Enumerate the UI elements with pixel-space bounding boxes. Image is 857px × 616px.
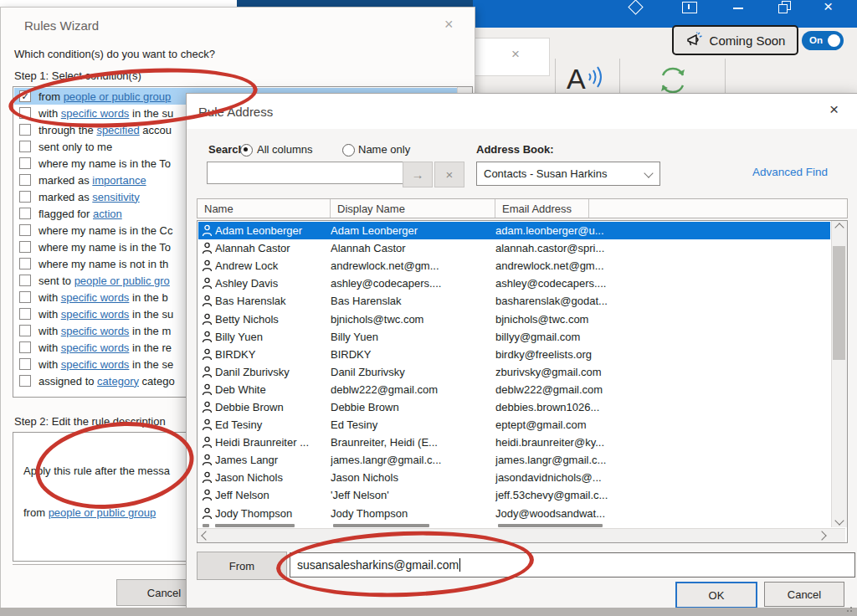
scroll-right-icon[interactable] bbox=[817, 531, 826, 540]
contact-name: Deb White bbox=[215, 383, 331, 396]
condition-text: assigned to bbox=[38, 375, 97, 388]
contact-row[interactable]: Bas Harenslak Bas Harenslak basharenslak… bbox=[198, 292, 830, 310]
window-close-icon[interactable]: × bbox=[824, 0, 833, 14]
condition-text: where my name is in the To bbox=[38, 241, 171, 254]
condition-text: in the m bbox=[129, 325, 171, 337]
condition-checkbox[interactable] bbox=[19, 241, 31, 253]
contact-row[interactable]: Danil Zburivsky Danil Zburivsky zburivsk… bbox=[198, 363, 830, 381]
condition-checkbox[interactable] bbox=[19, 291, 31, 303]
condition-checkbox[interactable] bbox=[19, 174, 31, 186]
read-aloud-icon[interactable]: A bbox=[566, 60, 608, 97]
search-clear-button[interactable]: × bbox=[434, 162, 464, 187]
column-header-email[interactable]: Email Address bbox=[495, 199, 589, 218]
condition-text: marked as bbox=[38, 174, 92, 187]
contact-row[interactable]: Betty Nichols bjnichols@twc.com bjnichol… bbox=[198, 310, 830, 327]
contact-row[interactable]: Alannah Castor Alannah Castor alannah.ca… bbox=[198, 239, 830, 257]
condition-checkbox[interactable] bbox=[19, 258, 31, 270]
condition-link[interactable]: specific words bbox=[61, 325, 130, 337]
search-go-button[interactable]: → bbox=[403, 162, 433, 187]
condition-checkbox[interactable] bbox=[19, 124, 31, 136]
column-header-display-name[interactable]: Display Name bbox=[331, 199, 495, 218]
background-dialog-close-icon[interactable]: × bbox=[511, 47, 520, 61]
horizontal-scrollbar[interactable] bbox=[198, 528, 845, 542]
condition-link[interactable]: people or public gro bbox=[74, 275, 170, 287]
contact-row[interactable]: BIRDKY BIRDKY birdky@freelists.org bbox=[198, 346, 830, 363]
rule-address-close-icon[interactable]: × bbox=[829, 101, 839, 118]
from-field[interactable]: susansalesharkins@gmail.com bbox=[290, 552, 855, 578]
condition-checkbox[interactable] bbox=[19, 341, 31, 353]
condition-checkbox[interactable] bbox=[19, 308, 31, 320]
vertical-scrollbar[interactable] bbox=[831, 221, 847, 527]
contact-email: jasondavidnichols@... bbox=[495, 471, 830, 484]
search-input[interactable] bbox=[207, 162, 411, 184]
contact-row[interactable]: James Langr james.langr@gmail.c... james… bbox=[198, 451, 830, 469]
people-or-public-group-link[interactable]: people or public group bbox=[49, 506, 157, 519]
condition-link[interactable]: category bbox=[97, 375, 139, 388]
condition-link[interactable]: action bbox=[93, 208, 122, 220]
advanced-find-link[interactable]: Advanced Find bbox=[752, 166, 828, 178]
contact-row[interactable]: Adam Leonberger Adam Leonberger adam.leo… bbox=[198, 222, 830, 239]
person-icon bbox=[202, 295, 215, 307]
scroll-left-icon[interactable] bbox=[201, 531, 210, 540]
contact-row[interactable]: Ed Tesiny Ed Tesiny eptept@gmail.com bbox=[198, 416, 830, 434]
contacts-table-header: Name Display Name Email Address bbox=[197, 198, 848, 218]
condition-checkbox[interactable] bbox=[19, 375, 31, 387]
contact-name: Danil Zburivsky bbox=[215, 366, 331, 378]
condition-link[interactable]: specified bbox=[96, 124, 139, 136]
contact-row[interactable]: Debbie Brown Debbie Brown debbies.brown1… bbox=[198, 398, 830, 416]
contact-row[interactable]: Deb White deblw222@gmail.com deblw222@gm… bbox=[198, 381, 830, 398]
contact-row[interactable]: Ashley Davis ashley@codecapers.... ashle… bbox=[198, 275, 830, 292]
contact-row[interactable]: Jody Thompson Jody Thompson Jody@woodsan… bbox=[198, 505, 830, 522]
minimize-icon[interactable] bbox=[733, 8, 743, 9]
rules-wizard-close-icon[interactable]: × bbox=[444, 16, 454, 33]
coming-soon-toggle[interactable]: On bbox=[802, 31, 844, 50]
cancel-button[interactable]: Cancel bbox=[764, 582, 844, 607]
contact-row[interactable]: Jeff Nelson 'Jeff Nelson' jeff.53chevy@g… bbox=[198, 486, 830, 504]
radio-all-columns[interactable] bbox=[240, 144, 253, 157]
condition-checkbox[interactable] bbox=[19, 275, 31, 286]
radio-name-only[interactable] bbox=[342, 144, 355, 157]
condition-link[interactable]: specific words bbox=[61, 107, 130, 120]
present-window-icon[interactable] bbox=[682, 2, 697, 13]
condition-text: flagged for bbox=[38, 208, 93, 220]
condition-checkbox[interactable] bbox=[19, 224, 31, 236]
restore-icon-front[interactable] bbox=[778, 4, 788, 13]
contact-row[interactable]: Jason Nichols Jason Nichols jasondavidni… bbox=[198, 469, 830, 486]
condition-link[interactable]: people or public group bbox=[64, 90, 172, 103]
from-button[interactable]: From bbox=[197, 552, 287, 580]
contact-name: Debbie Brown bbox=[215, 401, 331, 413]
address-book-dropdown[interactable]: Contacts - Susan Harkins bbox=[476, 162, 660, 186]
condition-checkbox[interactable] bbox=[19, 358, 31, 370]
contact-row[interactable]: Heidi Braunreiter ... Braunreiter, Heidi… bbox=[198, 434, 830, 451]
ok-button[interactable]: OK bbox=[675, 582, 757, 608]
condition-checkbox[interactable] bbox=[19, 208, 31, 219]
condition-link[interactable]: specific words bbox=[61, 308, 130, 321]
condition-text: from bbox=[38, 90, 64, 103]
condition-checkbox[interactable] bbox=[19, 191, 31, 203]
condition-link[interactable]: specific words bbox=[61, 358, 130, 371]
scroll-up-icon[interactable] bbox=[832, 221, 846, 234]
coming-soon-button[interactable]: Coming Soon bbox=[672, 25, 798, 55]
condition-link[interactable]: specific words bbox=[61, 341, 130, 354]
condition-link[interactable]: sensitivity bbox=[92, 191, 139, 203]
bottom-strip bbox=[0, 608, 857, 616]
condition-link[interactable]: specific words bbox=[61, 291, 130, 304]
condition-checkbox[interactable] bbox=[19, 325, 31, 336]
column-header-name[interactable]: Name bbox=[198, 199, 331, 218]
contact-name: Andrew Lock bbox=[215, 259, 331, 272]
contact-row[interactable]: Billy Yuen Billy Yuen billyy@gmail.com bbox=[198, 328, 830, 346]
condition-text: with bbox=[38, 107, 61, 120]
condition-checkbox[interactable] bbox=[19, 157, 31, 169]
person-icon bbox=[202, 313, 215, 326]
condition-checkbox[interactable]: ✓ bbox=[19, 90, 31, 102]
condition-checkbox[interactable] bbox=[19, 107, 31, 119]
condition-link[interactable]: importance bbox=[92, 174, 146, 187]
condition-text: with bbox=[38, 341, 61, 354]
contact-name: Alannah Castor bbox=[215, 242, 331, 254]
scroll-down-icon[interactable] bbox=[832, 514, 846, 527]
contact-row[interactable]: Andrew Lock andrewlock.net@gm... andrewl… bbox=[198, 257, 830, 275]
condition-checkbox[interactable] bbox=[19, 141, 31, 152]
chevron-down-icon bbox=[644, 168, 653, 177]
scrollbar-thumb[interactable] bbox=[833, 246, 845, 360]
contacts-list: Adam Leonberger Adam Leonberger adam.leo… bbox=[197, 220, 848, 543]
